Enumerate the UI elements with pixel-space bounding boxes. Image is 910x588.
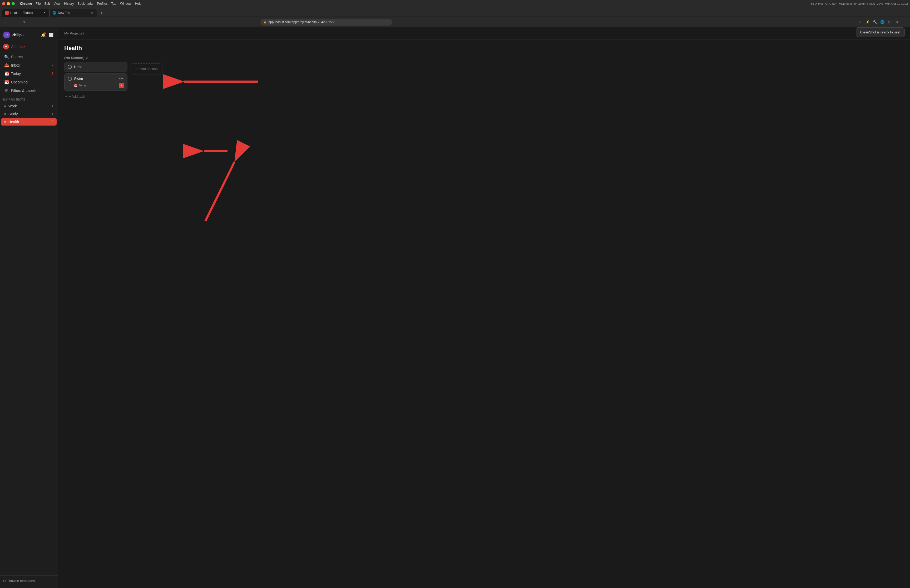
extension-1[interactable]: ⚡	[864, 19, 871, 26]
tab-title: Health – Todoist	[10, 11, 33, 15]
project-title: Health	[64, 45, 904, 52]
sidebar: P Philip ▾ 🔔 ⬜ + Add task 🔍 Search 📥 Inb…	[0, 27, 58, 588]
task-name-swim: Swim	[74, 77, 116, 81]
new-tab-tab[interactable]: 🌐 New Tab ✕	[50, 9, 97, 16]
menu-profiles[interactable]: Profiles	[95, 1, 109, 6]
forward-button[interactable]: ›	[11, 18, 18, 26]
sidebar-item-inbox[interactable]: 📥 Inbox 2	[1, 61, 57, 69]
today-count: 3	[52, 72, 53, 76]
lock-icon: 🔒	[263, 21, 267, 23]
menu-view[interactable]: View	[52, 1, 62, 6]
menu-file[interactable]: File	[34, 1, 42, 6]
content-header: My Projects / 👤 Share ⊟ View •••	[58, 27, 910, 39]
user-profile[interactable]: P Philip ▾ 🔔 ⬜	[0, 29, 58, 40]
chevron-down-icon: ▾	[23, 34, 24, 37]
menu-help[interactable]: Help	[134, 1, 143, 6]
sidebar-item-health[interactable]: # Health 2	[1, 118, 57, 126]
study-count: 1	[52, 112, 53, 116]
active-tab[interactable]: T Health – Todoist ✕	[2, 9, 50, 16]
add-tab-button[interactable]: +	[98, 9, 105, 16]
menu-bookmarks[interactable]: Bookmarks	[76, 1, 95, 6]
add-task-row[interactable]: + + Add task	[64, 92, 128, 100]
task-more-button-swim[interactable]: •••	[118, 76, 124, 81]
fullscreen-button[interactable]	[11, 2, 15, 5]
add-task-plus-icon: +	[3, 44, 9, 50]
task-card-hello[interactable]: Hello	[64, 62, 128, 72]
traffic-lights	[2, 2, 15, 5]
sidebar-item-upcoming[interactable]: 📆 Upcoming	[1, 78, 57, 86]
system-info: SSD 84% CPU 50° MEM 53% 5h 39min Focus 2…	[811, 2, 908, 5]
breadcrumb[interactable]: My Projects /	[64, 31, 84, 35]
sidebar-item-today[interactable]: 📅 Today 3	[1, 70, 57, 78]
add-section-label: Add section	[140, 67, 158, 71]
task-assign-button[interactable]: +	[119, 82, 124, 88]
notification-badge	[44, 32, 46, 34]
main-content: My Projects / 👤 Share ⊟ View ••• Health	[58, 27, 910, 588]
task-row-swim: Swim •••	[68, 76, 124, 81]
work-hash-icon: #	[4, 104, 6, 108]
focus-info: 5h 39min Focus	[854, 2, 875, 5]
project-label-health: Health	[8, 120, 19, 124]
add-section-button[interactable]: ⊞ Add section	[131, 63, 162, 74]
content-body: Health (No Section) 2 Hello	[58, 39, 910, 588]
tabs-bar: T Health – Todoist ✕ 🌐 New Tab ✕ +	[0, 7, 910, 17]
extension-4[interactable]: ⬡	[886, 19, 893, 26]
task-name-hello: Hello	[74, 65, 124, 69]
new-tab-label: New Tab	[58, 11, 70, 15]
sidebar-item-work[interactable]: # Work 1	[1, 102, 57, 110]
task-card-swim[interactable]: Swim ••• 📅 Today +	[64, 73, 128, 91]
sidebar-item-label-search: Search	[11, 55, 23, 59]
task-date-swim: 📅 Today	[74, 84, 86, 87]
browser-extensions: ☆ ⚡ 🔧 🌐 ⬡ ◈ ⋯	[857, 19, 908, 26]
menu-edit[interactable]: Edit	[43, 1, 52, 6]
new-tab-icon: 🌐	[52, 11, 57, 15]
sidebar-header-icons: 🔔 ⬜	[40, 32, 55, 39]
project-label-work: Work	[8, 104, 17, 108]
reload-button[interactable]: ↻	[20, 18, 27, 26]
menu-chrome[interactable]: Chrome	[18, 1, 34, 6]
task-checkbox-swim[interactable]	[68, 77, 72, 81]
sidebar-item-search[interactable]: 🔍 Search	[1, 53, 57, 61]
extension-more[interactable]: ⋯	[901, 19, 908, 26]
task-date-label: Today	[79, 84, 86, 87]
add-task-button[interactable]: + Add task	[0, 42, 58, 52]
close-button[interactable]	[2, 2, 5, 5]
sidebar-item-study[interactable]: # Study 1	[1, 110, 57, 118]
url-text: app.todoist.com/app/project/health-23420…	[268, 20, 335, 24]
health-hash-icon: #	[4, 120, 6, 124]
add-task-row-label: + Add task	[69, 94, 85, 99]
menu-bar: Chrome File Edit View History Bookmarks …	[18, 1, 143, 6]
task-row-hello: Hello	[68, 65, 124, 69]
menu-window[interactable]: Window	[118, 1, 133, 6]
back-button[interactable]: ‹	[2, 18, 10, 26]
today-icon: 📅	[4, 71, 9, 76]
new-tab-close-button[interactable]: ✕	[90, 11, 94, 15]
project-title-text: Health	[64, 45, 82, 52]
extension-star[interactable]: ☆	[857, 19, 864, 26]
extension-3[interactable]: 🌐	[879, 19, 886, 26]
menu-tab[interactable]: Tab	[110, 1, 118, 6]
task-meta-swim: 📅 Today +	[68, 82, 124, 88]
menu-history[interactable]: History	[62, 1, 75, 6]
add-task-label: Add task	[11, 44, 25, 49]
calendar-icon: 📅	[74, 84, 78, 87]
browse-templates-button[interactable]: ⊡ Browse templates	[3, 578, 55, 584]
add-task-plus-icon: +	[65, 94, 68, 99]
upcoming-icon: 📆	[4, 80, 9, 84]
app-container: P Philip ▾ 🔔 ⬜ + Add task 🔍 Search 📥 Inb…	[0, 27, 910, 588]
avatar: P	[3, 32, 10, 39]
sidebar-toggle-button[interactable]: ⬜	[48, 32, 55, 39]
templates-icon: ⊡	[3, 579, 6, 583]
extension-5[interactable]: ◈	[894, 19, 900, 26]
notifications-button[interactable]: 🔔	[40, 32, 47, 39]
tab-close-button[interactable]: ✕	[42, 11, 47, 15]
add-section-icon: ⊞	[135, 67, 138, 71]
extension-2[interactable]: 🔧	[871, 19, 878, 26]
task-checkbox-hello[interactable]	[68, 65, 72, 69]
ssd-info: SSD 84%	[811, 2, 823, 5]
titlebar: Chrome File Edit View History Bookmarks …	[0, 0, 910, 7]
url-bar[interactable]: 🔒 app.todoist.com/app/project/health-234…	[260, 19, 392, 26]
sidebar-item-filters[interactable]: ⊞ Filters & Labels	[1, 87, 57, 94]
assign-icon: +	[121, 84, 122, 87]
minimize-button[interactable]	[7, 2, 10, 5]
